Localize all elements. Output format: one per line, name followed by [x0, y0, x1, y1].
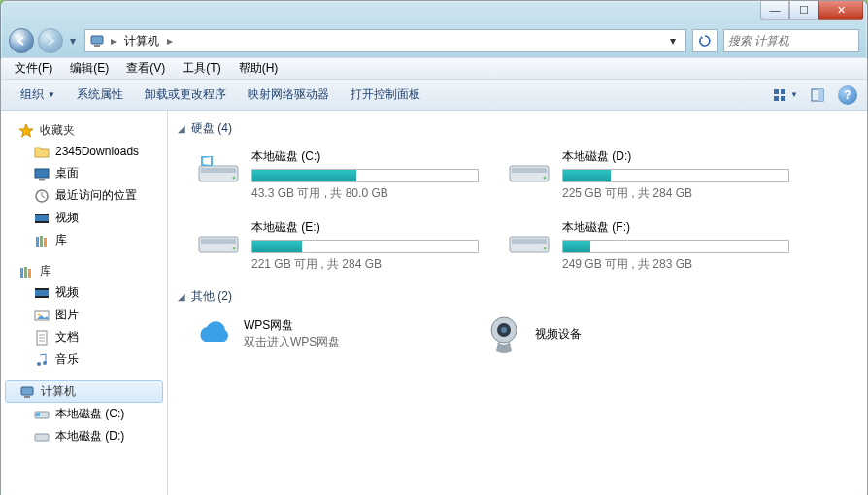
- close-button[interactable]: ✕: [818, 1, 863, 20]
- sidebar-item-label: 本地磁盘 (D:): [55, 428, 124, 445]
- menu-bar: 文件(F) 编辑(E) 查看(V) 工具(T) 帮助(H): [1, 57, 867, 80]
- drive-item[interactable]: 本地磁盘 (C:) 43.3 GB 可用 , 共 80.0 GB: [191, 145, 483, 206]
- drive-capacity-bar: [251, 240, 479, 253]
- svg-rect-21: [28, 269, 31, 278]
- svg-rect-36: [36, 412, 40, 416]
- sidebar-item-label: 2345Downloads: [55, 145, 139, 158]
- drive-capacity-bar: [562, 169, 789, 182]
- sidebar-item-drive-c[interactable]: 本地磁盘 (C:): [1, 403, 167, 425]
- svg-point-31: [37, 362, 41, 366]
- sidebar-libraries-header[interactable]: 库: [1, 261, 167, 281]
- menu-edit[interactable]: 编辑(E): [62, 58, 117, 79]
- preview-pane-button[interactable]: [805, 83, 830, 107]
- view-options-icon: [773, 88, 788, 102]
- search-input[interactable]: [728, 34, 868, 48]
- refresh-button[interactable]: [692, 29, 718, 52]
- maximize-button[interactable]: ☐: [789, 1, 818, 20]
- address-bar[interactable]: ▸ 计算机 ▸ ▾: [84, 29, 686, 52]
- preview-pane-icon: [811, 88, 824, 102]
- other-item-name: WPS网盘: [244, 317, 340, 334]
- system-properties-button[interactable]: 系统属性: [67, 83, 133, 107]
- music-lib-icon: [34, 352, 50, 368]
- open-control-panel-button[interactable]: 打开控制面板: [341, 83, 430, 107]
- sidebar-item-label: 文档: [55, 329, 79, 346]
- svg-rect-5: [781, 89, 785, 94]
- sidebar-item-drive-d[interactable]: 本地磁盘 (D:): [1, 425, 167, 447]
- drive-hdd-icon: [506, 219, 552, 258]
- other-item[interactable]: WPS网盘 双击进入WPS网盘: [191, 313, 444, 355]
- menu-file[interactable]: 文件(F): [7, 58, 60, 79]
- svg-rect-14: [35, 214, 49, 215]
- sidebar-favorites-group: 收藏夹 2345Downloads 桌面 最近访问的位置 视频: [1, 120, 167, 251]
- drive-icon: [34, 429, 50, 445]
- sidebar-item-libraries-fav[interactable]: 库: [1, 229, 167, 251]
- nav-history-dropdown[interactable]: ▾: [67, 28, 79, 53]
- drive-item[interactable]: 本地磁盘 (D:) 225 GB 可用 , 共 284 GB: [502, 145, 793, 206]
- drive-item[interactable]: 本地磁盘 (E:) 221 GB 可用 , 共 284 GB: [191, 215, 483, 277]
- breadcrumb-separator-icon[interactable]: ▸: [165, 34, 175, 48]
- sidebar: 收藏夹 2345Downloads 桌面 最近访问的位置 视频: [1, 111, 168, 495]
- menu-help[interactable]: 帮助(H): [231, 58, 286, 79]
- svg-rect-11: [39, 179, 45, 181]
- minimize-button[interactable]: —: [760, 1, 789, 20]
- sidebar-item-label: 最近访问的位置: [55, 187, 137, 204]
- sidebar-favorites-header[interactable]: 收藏夹: [1, 120, 167, 141]
- menu-tools[interactable]: 工具(T): [175, 58, 228, 79]
- svg-point-26: [38, 313, 41, 315]
- search-box[interactable]: [723, 29, 859, 52]
- sidebar-item-video-lib[interactable]: 视频: [1, 281, 167, 304]
- breadcrumb-computer[interactable]: 计算机: [118, 30, 165, 51]
- sidebar-item-desktop[interactable]: 桌面: [1, 162, 167, 184]
- sidebar-computer-label: 计算机: [41, 383, 76, 400]
- sidebar-item-label: 视频: [55, 210, 79, 226]
- video-lib-icon: [34, 285, 50, 301]
- forward-button[interactable]: [38, 28, 63, 53]
- recent-icon: [34, 188, 50, 204]
- sidebar-item-label: 桌面: [55, 165, 79, 182]
- svg-rect-16: [36, 237, 39, 247]
- window-controls: — ☐ ✕: [760, 1, 863, 20]
- other-group: ◢ 其他 (2) WPS网盘 双击进入WPS网盘 视频设备: [178, 288, 857, 355]
- drives-group-header[interactable]: ◢ 硬盘 (4): [178, 120, 857, 137]
- menu-view[interactable]: 查看(V): [118, 58, 173, 79]
- map-network-drive-button[interactable]: 映射网络驱动器: [238, 83, 339, 107]
- back-button[interactable]: [9, 28, 34, 53]
- organize-button[interactable]: 组织▼: [11, 83, 65, 107]
- address-dropdown[interactable]: ▾: [664, 34, 682, 48]
- navigation-row: ▾ ▸ 计算机 ▸ ▾: [1, 24, 867, 57]
- sidebar-item-documents-lib[interactable]: 文档: [1, 326, 167, 348]
- other-group-header[interactable]: ◢ 其他 (2): [178, 288, 857, 305]
- help-button[interactable]: ?: [838, 85, 857, 105]
- pictures-lib-icon: [34, 308, 50, 323]
- drive-stats: 225 GB 可用 , 共 284 GB: [562, 185, 789, 202]
- drive-name: 本地磁盘 (F:): [562, 219, 789, 236]
- sidebar-item-video-fav[interactable]: 视频: [1, 207, 167, 229]
- video-icon: [34, 211, 50, 226]
- svg-rect-7: [781, 96, 785, 101]
- breadcrumb-separator-icon[interactable]: ▸: [109, 34, 118, 48]
- svg-rect-4: [774, 89, 779, 94]
- sidebar-item-downloads[interactable]: 2345Downloads: [1, 141, 167, 162]
- sidebar-item-pictures-lib[interactable]: 图片: [1, 304, 167, 326]
- svg-point-44: [544, 177, 547, 180]
- titlebar: — ☐ ✕: [1, 1, 867, 24]
- sidebar-computer-header[interactable]: 计算机: [5, 380, 163, 403]
- other-item-name: 视频设备: [535, 326, 582, 343]
- cloud-icon: [191, 313, 234, 355]
- svg-point-32: [43, 361, 47, 365]
- explorer-window: — ☐ ✕ ▾ ▸ 计算机 ▸ ▾: [0, 0, 868, 495]
- uninstall-programs-button[interactable]: 卸载或更改程序: [135, 83, 236, 107]
- drive-name: 本地磁盘 (E:): [251, 219, 479, 236]
- drive-item[interactable]: 本地磁盘 (F:) 249 GB 可用 , 共 283 GB: [502, 215, 793, 277]
- drive-capacity-bar: [251, 169, 479, 182]
- view-options-button[interactable]: ▼: [768, 83, 803, 107]
- help-icon: ?: [844, 88, 851, 102]
- computer-icon: [89, 33, 105, 49]
- other-item[interactable]: 视频设备: [483, 313, 735, 355]
- sidebar-item-music-lib[interactable]: 音乐: [1, 348, 167, 371]
- svg-rect-33: [21, 387, 33, 395]
- refresh-icon: [698, 34, 712, 48]
- svg-rect-1: [94, 45, 100, 47]
- command-bar: 组织▼ 系统属性 卸载或更改程序 映射网络驱动器 打开控制面板 ▼ ?: [1, 80, 867, 111]
- sidebar-item-recent[interactable]: 最近访问的位置: [1, 184, 167, 207]
